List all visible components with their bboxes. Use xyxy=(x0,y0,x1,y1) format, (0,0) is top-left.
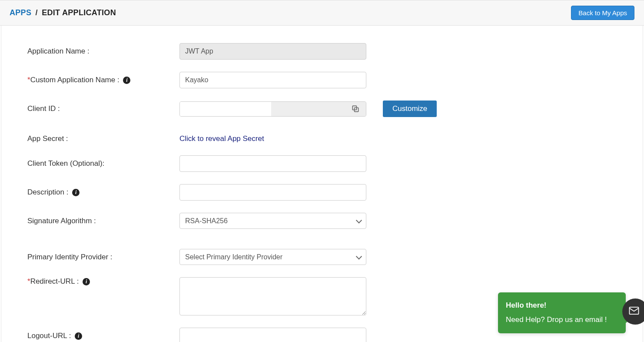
row-app-name: Application Name : xyxy=(23,43,621,60)
label-redirect-url-text: Redirect-URL : xyxy=(30,277,79,285)
label-app-name: Application Name : xyxy=(23,47,179,56)
row-app-secret: App Secret : Click to reveal App Secret xyxy=(23,134,621,143)
help-widget[interactable]: Hello there! Need Help? Drop us an email… xyxy=(498,292,626,333)
row-custom-name: *Custom Application Name : i xyxy=(23,72,621,88)
customize-button[interactable]: Customize xyxy=(383,101,437,117)
row-client-id: Client ID : Customize xyxy=(23,101,621,117)
input-client-id xyxy=(180,102,271,116)
row-signature-algo: Signature Algorithm : RSA-SHA256 xyxy=(23,213,621,229)
info-icon[interactable]: i xyxy=(83,278,90,285)
label-logout-url: Logout-URL : i xyxy=(23,332,179,340)
breadcrumb-separator: / xyxy=(36,8,38,17)
breadcrumb-current: EDIT APPLICATION xyxy=(42,8,116,17)
info-icon[interactable]: i xyxy=(123,77,130,84)
required-marker: * xyxy=(27,277,30,285)
label-signature-algo: Signature Algorithm : xyxy=(23,217,179,225)
mail-icon xyxy=(631,305,640,319)
input-logout-url[interactable] xyxy=(179,328,366,342)
input-client-token[interactable] xyxy=(179,155,366,172)
page-header: APPS / EDIT APPLICATION Back to My Apps xyxy=(0,0,644,26)
select-primary-idp[interactable]: Select Primary Identity Provider xyxy=(179,249,366,265)
svg-rect-2 xyxy=(630,307,639,314)
row-description: Description : i xyxy=(23,184,621,201)
row-primary-idp: Primary Identity Provider : Select Prima… xyxy=(23,249,621,265)
input-description[interactable] xyxy=(179,184,366,201)
input-custom-name[interactable] xyxy=(179,72,366,88)
info-icon[interactable]: i xyxy=(72,189,80,196)
breadcrumb-apps-link[interactable]: APPS xyxy=(10,8,31,17)
reveal-secret-link[interactable]: Click to reveal App Secret xyxy=(179,134,264,143)
label-app-secret: App Secret : xyxy=(23,134,179,143)
help-widget-title: Hello there! xyxy=(506,299,618,312)
label-description-text: Description : xyxy=(27,188,68,196)
back-to-apps-button[interactable]: Back to My Apps xyxy=(571,6,634,20)
label-custom-name: *Custom Application Name : i xyxy=(23,76,179,84)
input-app-name xyxy=(179,43,366,60)
select-signature-algo[interactable]: RSA-SHA256 xyxy=(179,213,366,229)
label-client-id: Client ID : xyxy=(23,104,179,113)
info-icon[interactable]: i xyxy=(75,332,82,340)
label-logout-url-text: Logout-URL : xyxy=(27,332,71,340)
textarea-redirect-url[interactable] xyxy=(179,277,366,315)
label-custom-name-text: Custom Application Name : xyxy=(30,76,120,84)
label-description: Description : i xyxy=(23,188,179,197)
label-redirect-url: *Redirect-URL : i xyxy=(23,277,179,286)
client-id-group xyxy=(179,101,366,117)
breadcrumb: APPS / EDIT APPLICATION xyxy=(10,8,116,17)
required-marker: * xyxy=(27,76,30,84)
help-widget-message: Need Help? Drop us an email ! xyxy=(506,314,618,326)
label-client-token: Client Token (Optional): xyxy=(23,159,179,168)
row-client-token: Client Token (Optional): xyxy=(23,155,621,172)
copy-icon xyxy=(351,104,360,113)
copy-client-id-button[interactable] xyxy=(271,102,366,116)
label-primary-idp: Primary Identity Provider : xyxy=(23,253,179,262)
